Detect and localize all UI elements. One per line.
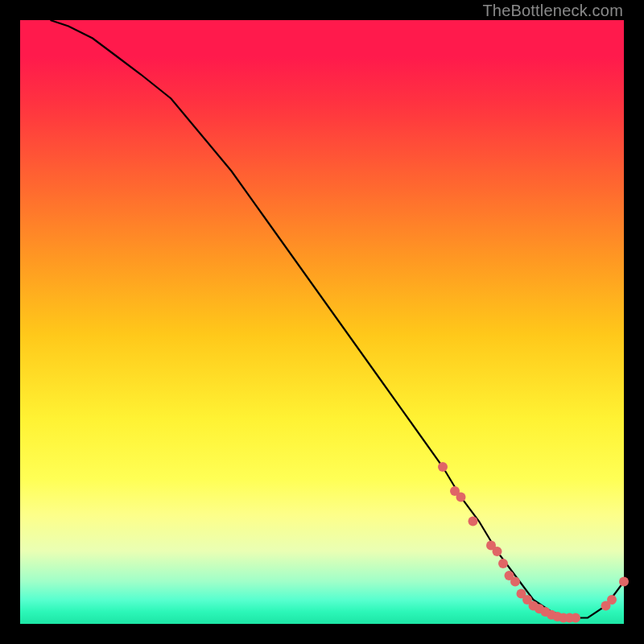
highlight-point: [607, 595, 617, 605]
highlight-point: [510, 577, 520, 587]
highlight-point: [498, 559, 508, 568]
highlight-point: [571, 613, 580, 623]
attribution-label: TheBottleneck.com: [482, 2, 623, 20]
plot-area: [20, 20, 624, 624]
highlight-point: [438, 462, 448, 472]
chart-svg: [20, 20, 624, 624]
bottleneck-curve: [51, 20, 625, 618]
highlight-point: [619, 577, 629, 587]
highlight-point: [456, 493, 466, 502]
highlight-point: [493, 547, 502, 556]
highlight-point: [469, 517, 478, 526]
chart-stage: TheBottleneck.com: [0, 0, 644, 644]
